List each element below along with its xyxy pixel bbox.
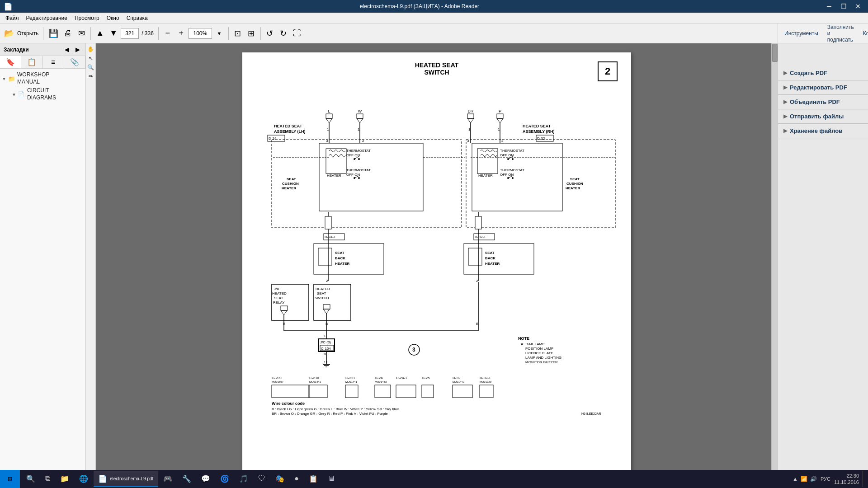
rh-seatback-heater-label2: BACK <box>485 256 495 260</box>
lh-resistor <box>325 216 331 229</box>
rh-heater-label: HEATER <box>478 174 493 178</box>
svg-text:1: 1 <box>327 127 329 131</box>
task-view-icon: ⧉ <box>45 474 50 483</box>
menu-help[interactable]: Справка <box>123 14 151 22</box>
rotate-right-button[interactable]: ↻ <box>277 26 290 41</box>
app5-icon: 🌀 <box>220 474 229 483</box>
restore-button[interactable]: ❒ <box>837 2 850 11</box>
taskbar-app5[interactable]: 🌀 <box>216 471 234 487</box>
page-number: 2 <box>605 66 610 77</box>
zoom-out-button[interactable]: − <box>161 26 174 41</box>
menu-window[interactable]: Окно <box>103 14 123 22</box>
page-input[interactable] <box>121 28 139 39</box>
seat-cushion-heater-rh: SEAT <box>570 177 580 181</box>
sidebar-tab-layers[interactable]: ≡ <box>43 56 64 68</box>
taskbar-chrome[interactable]: ● <box>290 471 303 487</box>
next-page-button[interactable]: ▼ <box>107 26 120 41</box>
rh-thermostat-label2: THERMOSTAT <box>500 168 524 172</box>
rp-section-combine-pdf[interactable]: ▶ Объединить PDF <box>778 95 868 109</box>
save-button[interactable]: 💾 <box>46 26 61 41</box>
assembly-lh-label2: ASSEMBLY (LH) <box>274 129 306 134</box>
show-desktop-button[interactable] <box>863 471 864 487</box>
conn-diag-c210 <box>309 385 327 398</box>
taskbar-app10[interactable]: 🖥 <box>323 471 340 487</box>
taskbar-adobe-reader[interactable]: 📄 electroschema-L9.pdf <box>94 471 158 487</box>
conn-d24: D-24 <box>375 376 383 380</box>
conn-diag-d24 <box>375 385 391 398</box>
strip-select-tool[interactable]: ↖ <box>87 54 95 62</box>
start-button[interactable]: ⊞ <box>0 470 20 488</box>
taskbar-browser1[interactable]: 🌐 <box>75 471 93 487</box>
svg-rect-9 <box>467 114 474 118</box>
zoom-in-button[interactable]: + <box>175 26 188 41</box>
connector-l: L <box>326 109 332 136</box>
prev-page-button[interactable]: ▲ <box>94 26 106 41</box>
zoom-input[interactable] <box>189 28 212 39</box>
circle-3-text: 3 <box>412 347 415 353</box>
tree-item-workshop-manual[interactable]: ▼ 📁 WORKSHOPMANUAL <box>2 70 84 86</box>
vertical-scrollbar[interactable] <box>771 43 778 470</box>
taskbar-app6[interactable]: 🎵 <box>235 471 253 487</box>
minimize-button[interactable]: ─ <box>823 2 835 11</box>
tray-arrow[interactable]: ▲ <box>793 476 798 482</box>
tree-toggle-circuit[interactable]: ▼ <box>12 92 18 97</box>
strip-zoom-tool[interactable]: 🔍 <box>87 63 95 71</box>
sidebar-expand-button[interactable]: ▶ <box>73 45 82 54</box>
email-button[interactable]: ✉ <box>75 26 88 41</box>
conn-d24-1: D-24-1 <box>396 376 407 380</box>
scrollbar-thumb[interactable] <box>772 44 778 62</box>
conn-d32-1: D-32-1 <box>480 376 491 380</box>
taskbar-app8[interactable]: 🎭 <box>271 471 289 487</box>
menu-edit[interactable]: Редактирование <box>23 14 71 22</box>
diagram-title-line2: SWITCH <box>256 69 618 76</box>
menu-file[interactable]: Файл <box>2 14 23 22</box>
taskbar-app3[interactable]: 🔧 <box>178 471 196 487</box>
assembly-lh-label: HEATED SEAT <box>274 124 302 128</box>
sidebar-collapse-button[interactable]: ◀ <box>62 45 71 54</box>
connector-d32-text: D-32 <box>537 136 545 141</box>
lh-switch-contact1 <box>354 158 355 160</box>
fullscreen-button[interactable]: ⛶ <box>291 26 303 41</box>
comments-button[interactable]: Комментарии <box>859 28 868 38</box>
tree-toggle-workshop[interactable]: ▼ <box>2 76 8 81</box>
taskbar-app7[interactable]: 🛡 <box>254 471 270 487</box>
fill-sign-button[interactable]: Заполнить и подписать <box>823 22 859 45</box>
tree-item-circuit-diagrams[interactable]: ▼ 📄 CIRCUITDIAGRAMS <box>12 86 84 102</box>
close-button[interactable]: ✕ <box>852 2 864 11</box>
rp-section-edit-pdf[interactable]: ▶ Редактировать PDF <box>778 80 868 95</box>
taskbar-app9[interactable]: 📋 <box>304 471 322 487</box>
zoom-dropdown-button[interactable]: ▼ <box>213 26 226 41</box>
rp-section-send-files[interactable]: ▶ Отправить файлы <box>778 109 868 124</box>
jb-relay-label3: SEAT <box>274 296 283 300</box>
taskbar-explorer[interactable]: 📁 <box>56 471 74 487</box>
rotate-left-button[interactable]: ↺ <box>264 26 276 41</box>
taskbar-app2[interactable]: 🎮 <box>159 471 177 487</box>
wire-colour-title: Wire colour code <box>272 401 305 406</box>
sidebar-tab-bookmarks[interactable]: 🔖 <box>0 56 21 68</box>
strip-hand-tool[interactable]: ✋ <box>87 45 95 53</box>
taskbar-search[interactable]: 🔍 <box>22 471 40 487</box>
taskbar-task-view[interactable]: ⧉ <box>41 471 55 487</box>
folder-icon-workshop: 📁 <box>8 75 15 82</box>
conn-d25: D-25 <box>422 376 430 380</box>
sidebar-tab-attachments[interactable]: 📎 <box>64 56 85 68</box>
rp-section-create-pdf[interactable]: ▶ Создать PDF <box>778 66 868 80</box>
rp-section-storage[interactable]: ▶ Хранение файлов <box>778 124 868 138</box>
rh-thermostat-label: THERMOSTAT <box>500 149 524 153</box>
lh-switch-contact4 <box>358 177 360 179</box>
clock[interactable]: 22:30 11.10.2016 <box>834 473 859 486</box>
print-button[interactable]: 🖨 <box>61 26 74 41</box>
conn-diag-c221 <box>345 385 358 398</box>
menu-view[interactable]: Просмотр <box>71 14 103 22</box>
taskbar-items: 🔍 ⧉ 📁 🌐 📄 electroschema-L9.pdf 🎮 🔧 💬 🌀 🎵 <box>20 471 789 487</box>
fit-page-button[interactable]: ⊞ <box>245 26 258 41</box>
pdf-area[interactable]: 2 HEATED SEAT SWITCH HEATED SEAT ASSEMBL… <box>96 43 778 488</box>
taskbar-app4[interactable]: 💬 <box>197 471 215 487</box>
wire-num-3-lh: 3 <box>326 139 328 143</box>
open-button[interactable]: 📂 <box>2 26 16 41</box>
fit-width-button[interactable]: ⊡ <box>231 26 244 41</box>
wire-num-2-bottom-lh: 2 <box>326 279 328 283</box>
strip-annotate-tool[interactable]: ✏ <box>87 72 95 80</box>
sidebar-tab-pages[interactable]: 📋 <box>21 56 42 68</box>
tools-button[interactable]: Инструменты <box>780 28 823 38</box>
